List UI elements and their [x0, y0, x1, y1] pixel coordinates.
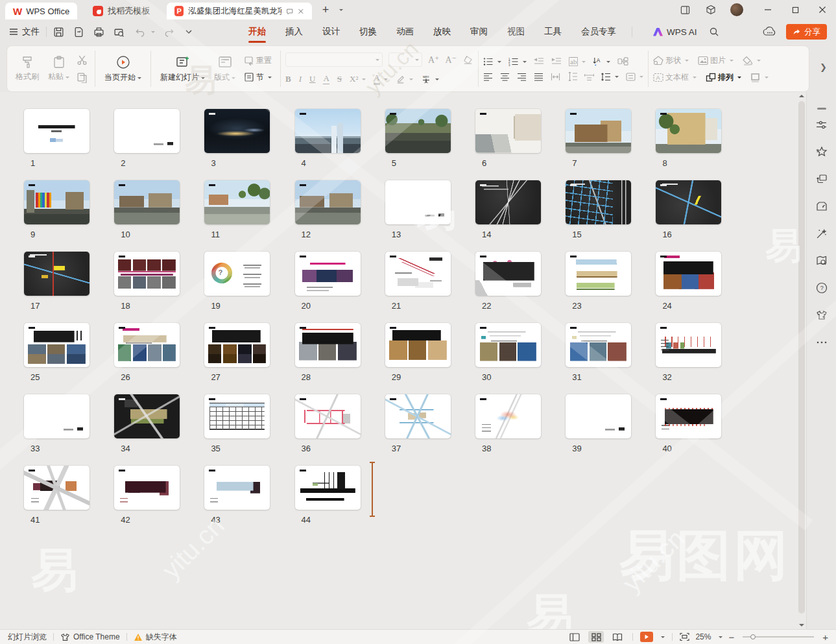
- slide-thumbnail[interactable]: [566, 252, 631, 296]
- font-color-icon[interactable]: A: [374, 73, 387, 85]
- bullets-icon[interactable]: [483, 57, 501, 66]
- ribbon-tab-7[interactable]: 视图: [506, 23, 526, 40]
- clear-format-icon[interactable]: [462, 55, 473, 65]
- zoom-dropdown[interactable]: [719, 636, 723, 640]
- tab-document[interactable]: P 泓盛集团北海红星美凯龙项目: [167, 3, 312, 19]
- slide-thumbnail[interactable]: [295, 180, 361, 224]
- navigate-icon[interactable]: [815, 254, 828, 267]
- superscript-icon[interactable]: X²: [350, 74, 366, 84]
- slide-thumbnail[interactable]: [204, 323, 270, 367]
- slide-thumbnail[interactable]: [204, 180, 270, 224]
- section-button[interactable]: 节: [244, 72, 272, 83]
- picture-button[interactable]: 图片: [698, 55, 734, 66]
- redo-icon[interactable]: [164, 27, 174, 37]
- ribbon-tab-8[interactable]: 工具: [543, 23, 563, 40]
- play-dropdown[interactable]: [661, 636, 665, 640]
- scroll-up-arrow[interactable]: [799, 95, 804, 97]
- slide-thumbnail[interactable]: [656, 323, 721, 367]
- slide-thumbnail[interactable]: [656, 109, 721, 153]
- text-direction-icon[interactable]: A: [593, 56, 610, 66]
- search-icon[interactable]: [709, 27, 719, 37]
- normal-view-button[interactable]: [567, 631, 582, 643]
- play-slideshow-button[interactable]: [640, 632, 653, 642]
- shapes-button[interactable]: 形状: [653, 55, 689, 66]
- ribbon-tab-5[interactable]: 放映: [432, 23, 452, 40]
- expand-toolbar-chevron[interactable]: ❯: [820, 62, 827, 72]
- strikethrough-icon[interactable]: S: [337, 74, 342, 84]
- paste-button[interactable]: 粘贴: [43, 49, 74, 88]
- close-tab-icon[interactable]: [298, 8, 304, 15]
- decrease-font-icon[interactable]: A⁻: [446, 54, 457, 66]
- slide-thumbnail[interactable]: [114, 394, 180, 438]
- sync-cloud-icon[interactable]: [763, 27, 777, 37]
- zoom-slider[interactable]: [743, 636, 814, 638]
- print-icon[interactable]: [93, 27, 104, 38]
- slide-thumbnail[interactable]: [24, 394, 90, 438]
- slide-thumbnail[interactable]: [204, 466, 270, 510]
- avatar[interactable]: [727, 0, 746, 19]
- vertical-scrollbar[interactable]: [798, 92, 806, 629]
- outline-color-icon[interactable]: [750, 73, 769, 82]
- slide-thumbnail[interactable]: [475, 109, 541, 153]
- row-spacing-icon[interactable]: [567, 72, 577, 81]
- tab-docer[interactable]: 找稻壳模板: [85, 3, 158, 19]
- undo-icon[interactable]: [135, 27, 145, 37]
- slide-thumbnail[interactable]: [385, 394, 451, 438]
- slide-thumbnail[interactable]: [114, 180, 180, 224]
- slide-thumbnail[interactable]: [656, 180, 721, 224]
- slide-thumbnail[interactable]: [385, 180, 451, 224]
- design-icon[interactable]: [815, 200, 828, 213]
- scroll-down-arrow[interactable]: [799, 624, 804, 626]
- slide-thumbnail[interactable]: [295, 109, 361, 153]
- tab-list-dropdown[interactable]: [333, 3, 347, 17]
- tab-wps-office[interactable]: W WPS Office: [5, 3, 77, 19]
- zoom-in-button[interactable]: +: [822, 632, 828, 642]
- ribbon-tab-6[interactable]: 审阅: [469, 23, 489, 40]
- slide-thumbnail[interactable]: [385, 109, 451, 153]
- more-icon[interactable]: [815, 336, 828, 349]
- layout-button[interactable]: 版式: [209, 49, 240, 88]
- slide-thumbnail[interactable]: [114, 252, 180, 296]
- new-slide-button[interactable]: 新建幻灯片: [156, 49, 209, 88]
- slide-thumbnail[interactable]: [24, 323, 90, 367]
- zoom-level[interactable]: 25%: [695, 632, 711, 641]
- ribbon-tab-4[interactable]: 动画: [395, 23, 415, 40]
- save-icon[interactable]: [53, 27, 64, 38]
- align-left-icon[interactable]: [483, 73, 493, 81]
- justify-icon[interactable]: [534, 73, 543, 81]
- font-size-combo[interactable]: [388, 53, 422, 67]
- slide-thumbnail[interactable]: [204, 109, 270, 153]
- help-icon[interactable]: ?: [815, 281, 828, 294]
- properties-icon[interactable]: [815, 118, 828, 131]
- slides-pane-icon[interactable]: [815, 173, 828, 185]
- decrease-indent-icon[interactable]: [534, 57, 544, 66]
- slide-thumbnail[interactable]: [566, 180, 631, 224]
- slide-thumbnail[interactable]: [24, 466, 90, 510]
- output-icon[interactable]: [73, 27, 84, 38]
- quickbar-dropdown-icon[interactable]: [185, 28, 193, 36]
- slide-thumbnail[interactable]: [656, 394, 721, 438]
- share-button[interactable]: 分享: [786, 24, 827, 40]
- align-center-icon[interactable]: [500, 73, 510, 81]
- maximize-button[interactable]: [782, 0, 809, 19]
- char-border-icon[interactable]: A: [323, 73, 329, 84]
- line-spacing-icon[interactable]: [601, 73, 619, 81]
- paragraph-spacing-icon[interactable]: [626, 73, 643, 81]
- reset-button[interactable]: 重置: [244, 55, 272, 66]
- arrange-button[interactable]: 排列: [706, 72, 741, 83]
- ribbon-tab-9[interactable]: 会员专享: [580, 23, 617, 40]
- highlight-color-icon[interactable]: [396, 75, 413, 84]
- print-preview-icon[interactable]: [113, 27, 125, 38]
- zoom-slider-knob[interactable]: [750, 634, 756, 639]
- slide-thumbnail[interactable]: [385, 323, 451, 367]
- textbox-button[interactable]: A文本框: [653, 72, 697, 83]
- theme-label[interactable]: Office Theme: [73, 632, 120, 641]
- missing-font-label[interactable]: 缺失字体: [146, 632, 177, 643]
- minimize-button[interactable]: [754, 0, 782, 19]
- slide-thumbnail[interactable]: [566, 109, 631, 153]
- slide-sorter-view-button[interactable]: [588, 631, 604, 643]
- cut-icon[interactable]: [77, 54, 88, 66]
- fit-slide-icon[interactable]: [680, 632, 689, 641]
- reading-view-button[interactable]: [610, 631, 625, 643]
- slide-thumbnail[interactable]: [295, 466, 361, 510]
